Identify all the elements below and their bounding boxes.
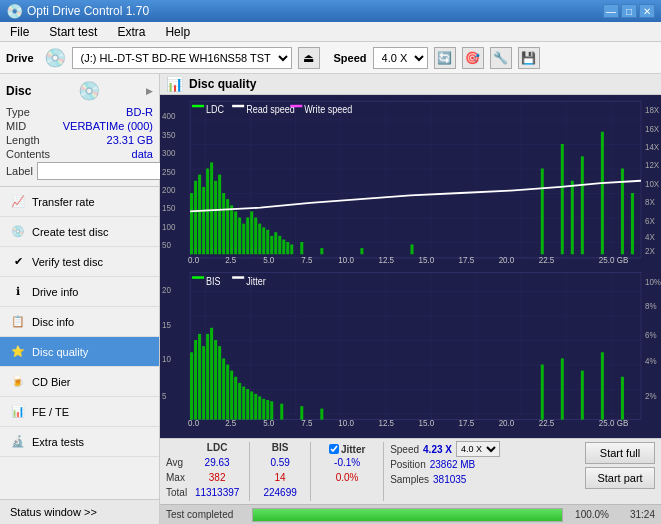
position-val: 23862 MB <box>430 459 476 470</box>
svg-rect-53 <box>320 248 323 254</box>
sidebar-item-drive-info[interactable]: ℹ Drive info <box>0 277 159 307</box>
maximize-button[interactable]: □ <box>621 4 637 18</box>
sidebar-item-verify-test-disc[interactable]: ✔ Verify test disc <box>0 247 159 277</box>
svg-rect-77 <box>192 276 204 278</box>
eject-button[interactable]: ⏏ <box>298 47 320 69</box>
avg-label: Avg <box>166 457 187 471</box>
svg-rect-38 <box>238 218 241 255</box>
sidebar-item-extra-tests[interactable]: 🔬 Extra tests <box>0 427 159 457</box>
svg-text:17.5: 17.5 <box>459 417 475 428</box>
total-ldc: 11313397 <box>195 487 240 501</box>
start-full-button[interactable]: Start full <box>585 442 655 464</box>
speed-select[interactable]: 4.0 X <box>373 47 428 69</box>
svg-text:2X: 2X <box>645 245 655 256</box>
svg-rect-115 <box>561 358 564 419</box>
speed-label: Speed <box>334 52 367 64</box>
svg-rect-56 <box>541 169 544 255</box>
jitter-label: Jitter <box>341 444 365 455</box>
svg-text:22.5: 22.5 <box>539 417 555 428</box>
svg-rect-96 <box>214 340 217 420</box>
close-button[interactable]: ✕ <box>639 4 655 18</box>
menu-extra[interactable]: Extra <box>111 23 151 41</box>
svg-text:8%: 8% <box>645 301 657 312</box>
svg-rect-99 <box>226 365 229 420</box>
menu-help[interactable]: Help <box>159 23 196 41</box>
svg-text:17.5: 17.5 <box>459 254 475 265</box>
settings-button2[interactable]: 🔧 <box>490 47 512 69</box>
svg-rect-51 <box>290 244 293 254</box>
position-label: Position <box>390 459 426 470</box>
max-jitter: 0.0% <box>336 472 359 486</box>
label-key: Label <box>6 165 33 177</box>
svg-text:16X: 16X <box>645 123 659 134</box>
chart-title: Disc quality <box>189 77 256 91</box>
contents-key: Contents <box>6 148 50 160</box>
status-window-button[interactable]: Status window >> <box>0 499 159 524</box>
status-window-label: Status window >> <box>10 506 97 518</box>
sidebar-item-disc-quality[interactable]: ⭐ Disc quality <box>0 337 159 367</box>
menu-file[interactable]: File <box>4 23 35 41</box>
start-part-button[interactable]: Start part <box>585 467 655 489</box>
jitter-checkbox[interactable] <box>329 444 339 454</box>
settings-button1[interactable]: 🎯 <box>462 47 484 69</box>
menu-start-test[interactable]: Start test <box>43 23 103 41</box>
svg-rect-103 <box>242 387 245 420</box>
title-bar: 💿 Opti Drive Control 1.70 — □ ✕ <box>0 0 661 22</box>
disc-panel-arrow: ▶ <box>146 86 153 96</box>
drive-select[interactable]: (J:) HL-DT-ST BD-RE WH16NS58 TST4 <box>72 47 292 69</box>
cd-bier-icon: 🍺 <box>10 374 26 390</box>
main-layout: Disc 💿 ▶ Type BD-R MID VERBATIMe (000) L… <box>0 74 661 524</box>
total-bis: 224699 <box>263 487 296 501</box>
svg-rect-75 <box>190 273 641 420</box>
svg-rect-35 <box>226 199 229 254</box>
progress-percent: 100.0% <box>569 509 609 520</box>
progress-bar <box>252 508 563 522</box>
svg-text:25.0 GB: 25.0 GB <box>599 254 628 265</box>
chart-header: 📊 Disc quality <box>160 74 661 95</box>
disc-quality-chart: LDC Read speed Write speed 400 350 300 2… <box>160 95 661 438</box>
svg-rect-32 <box>214 181 217 255</box>
app-title: Opti Drive Control 1.70 <box>27 4 149 18</box>
svg-rect-79 <box>232 276 244 278</box>
progress-label: Test completed <box>166 509 246 520</box>
svg-rect-90 <box>190 352 193 419</box>
svg-rect-101 <box>234 377 237 420</box>
svg-text:10.0: 10.0 <box>338 417 354 428</box>
sidebar-item-disc-info[interactable]: 📋 Disc info <box>0 307 159 337</box>
svg-text:20: 20 <box>162 285 171 296</box>
minimize-button[interactable]: — <box>603 4 619 18</box>
drive-icon: 💿 <box>44 47 66 69</box>
type-val: BD-R <box>126 106 153 118</box>
refresh-button[interactable]: 🔄 <box>434 47 456 69</box>
svg-text:5: 5 <box>162 390 166 401</box>
save-button[interactable]: 💾 <box>518 47 540 69</box>
disc-panel: Disc 💿 ▶ Type BD-R MID VERBATIMe (000) L… <box>0 74 159 187</box>
svg-text:6X: 6X <box>645 215 655 226</box>
svg-rect-33 <box>218 175 221 255</box>
svg-rect-111 <box>280 404 283 420</box>
sidebar-item-cd-bier[interactable]: 🍺 CD Bier <box>0 367 159 397</box>
svg-rect-37 <box>234 211 237 254</box>
avg-ldc: 29.63 <box>205 457 230 471</box>
svg-text:20.0: 20.0 <box>499 417 515 428</box>
svg-rect-52 <box>300 242 303 254</box>
sidebar-item-create-test-disc[interactable]: 💿 Create test disc <box>0 217 159 247</box>
svg-rect-31 <box>210 162 213 254</box>
extra-tests-label: Extra tests <box>32 436 84 448</box>
svg-rect-59 <box>581 156 584 254</box>
svg-rect-113 <box>320 409 323 420</box>
nav-items: 📈 Transfer rate 💿 Create test disc ✔ Ver… <box>0 187 159 499</box>
svg-rect-55 <box>411 244 414 254</box>
fe-te-icon: 📊 <box>10 404 26 420</box>
length-key: Length <box>6 134 40 146</box>
svg-text:18X: 18X <box>645 105 659 116</box>
svg-rect-26 <box>190 193 193 254</box>
right-panel: 📊 Disc quality LDC Read speed <box>160 74 661 524</box>
transfer-rate-icon: 📈 <box>10 194 26 210</box>
speed-stat-select[interactable]: 4.0 X <box>456 441 500 457</box>
progress-row: Test completed 100.0% 31:24 <box>160 504 661 524</box>
svg-text:400: 400 <box>162 111 175 122</box>
sidebar-item-transfer-rate[interactable]: 📈 Transfer rate <box>0 187 159 217</box>
sidebar-item-fe-te[interactable]: 📊 FE / TE <box>0 397 159 427</box>
disc-label-input[interactable] <box>37 162 170 180</box>
